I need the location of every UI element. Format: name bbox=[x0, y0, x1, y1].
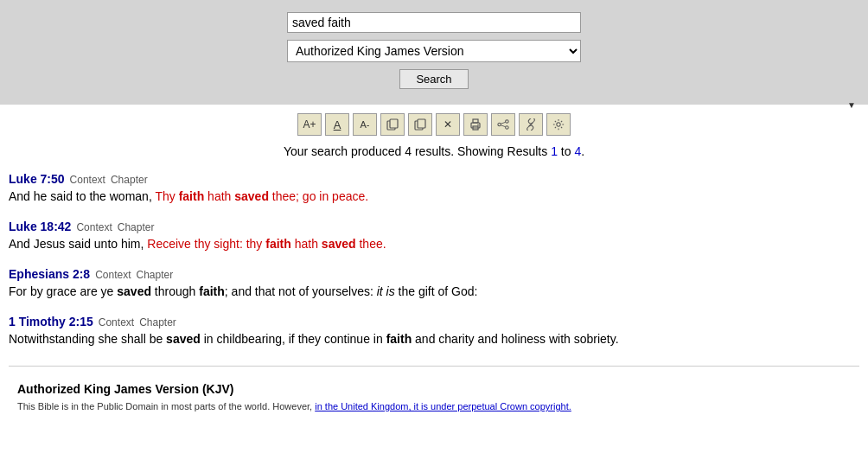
footer-text-before: This Bible is in the Public Domain in mo… bbox=[17, 401, 315, 411]
copy-icon bbox=[386, 118, 399, 131]
svg-line-11 bbox=[501, 122, 505, 124]
copy2-button[interactable] bbox=[408, 113, 432, 136]
print-icon bbox=[469, 118, 482, 131]
result-ref-line-2: Luke 18:42 Context Chapter bbox=[9, 220, 859, 233]
version-select[interactable]: Authorized King James VersionNew Interna… bbox=[287, 40, 581, 62]
bold-faith-2: faith bbox=[265, 237, 291, 251]
share-button[interactable] bbox=[491, 113, 515, 136]
copy2-icon bbox=[414, 118, 426, 131]
result-ref-1tim-2-15[interactable]: 1 Timothy 2:15 bbox=[9, 315, 93, 328]
chapter-link-3[interactable]: Chapter bbox=[137, 269, 174, 281]
dropdown-arrow-icon: ▼ bbox=[847, 100, 856, 110]
close-button[interactable]: ✕ bbox=[436, 113, 460, 136]
bold-saved-2: saved bbox=[322, 237, 356, 251]
copy-button[interactable] bbox=[380, 113, 405, 136]
chapter-link-2[interactable]: Chapter bbox=[118, 221, 155, 233]
context-link-4[interactable]: Context bbox=[99, 316, 134, 328]
bold-faith-3: faith bbox=[199, 284, 225, 298]
svg-rect-3 bbox=[418, 119, 425, 128]
result-entry-4: 1 Timothy 2:15 Context Chapter Notwithst… bbox=[9, 315, 859, 348]
bold-faith-4: faith bbox=[386, 332, 412, 346]
red-text-2: Receive thy sight: thy faith hath saved … bbox=[147, 237, 386, 251]
results-text-after: . bbox=[581, 144, 584, 158]
result-ref-eph-2-8[interactable]: Ephesians 2:8 bbox=[9, 267, 90, 281]
result-ref-line-1: Luke 7:50 Context Chapter bbox=[9, 172, 859, 186]
search-area: Authorized King James VersionNew Interna… bbox=[0, 0, 868, 105]
result-ref-line-3: Ephesians 2:8 Context Chapter bbox=[9, 267, 859, 281]
settings-icon bbox=[552, 118, 565, 131]
bold-saved-3: saved bbox=[117, 284, 151, 298]
result-ref-line-4: 1 Timothy 2:15 Context Chapter bbox=[9, 315, 859, 328]
print-button[interactable] bbox=[463, 113, 488, 136]
result-text-2: And Jesus said unto him, Receive thy sig… bbox=[9, 235, 859, 253]
result-entry-3: Ephesians 2:8 Context Chapter For by gra… bbox=[9, 267, 859, 301]
red-text-1: Thy faith hath saved thee; go in peace. bbox=[155, 189, 368, 203]
svg-rect-5 bbox=[473, 119, 478, 123]
results-range-start: 1 bbox=[551, 144, 558, 158]
context-link-3[interactable]: Context bbox=[95, 269, 131, 281]
search-button[interactable]: Search bbox=[399, 69, 468, 89]
search-input[interactable] bbox=[287, 12, 581, 33]
bold-saved-4: saved bbox=[166, 332, 201, 346]
footer: Authorized King James Version (KJV) This… bbox=[9, 375, 859, 425]
share-icon bbox=[497, 118, 509, 131]
svg-line-12 bbox=[501, 125, 505, 127]
svg-point-10 bbox=[506, 126, 509, 130]
results-info: Your search produced 4 results. Showing … bbox=[0, 144, 868, 158]
svg-point-9 bbox=[498, 123, 501, 126]
link-button[interactable] bbox=[519, 113, 543, 136]
chapter-link-1[interactable]: Chapter bbox=[111, 174, 148, 186]
link-icon bbox=[525, 118, 537, 131]
toolbar: A+ A A- ✕ bbox=[0, 105, 868, 144]
italic-it: it is bbox=[377, 284, 395, 298]
results-text-mid: to bbox=[558, 144, 574, 158]
footer-title: Authorized King James Version (KJV) bbox=[17, 382, 851, 396]
version-select-row: Authorized King James VersionNew Interna… bbox=[287, 40, 581, 62]
search-area-wrapper: Authorized King James VersionNew Interna… bbox=[0, 0, 868, 105]
footer-text: This Bible is in the Public Domain in mo… bbox=[17, 401, 851, 411]
result-text-1: And he said to the woman, Thy faith hath… bbox=[9, 188, 859, 206]
result-entry-2: Luke 18:42 Context Chapter And Jesus sai… bbox=[9, 220, 859, 253]
font-increase-button[interactable]: A+ bbox=[297, 113, 322, 136]
settings-button[interactable] bbox=[546, 113, 571, 136]
bold-faith-1: faith bbox=[179, 189, 205, 203]
svg-point-14 bbox=[557, 123, 560, 126]
results-text-before: Your search produced 4 results. Showing … bbox=[284, 144, 551, 158]
svg-point-7 bbox=[477, 124, 479, 126]
font-normal-button[interactable]: A bbox=[325, 113, 349, 136]
svg-rect-1 bbox=[390, 119, 398, 128]
result-text-3: For by grace are ye saved through faith;… bbox=[9, 283, 859, 301]
result-ref-luke-7-50[interactable]: Luke 7:50 bbox=[9, 172, 65, 186]
footer-divider bbox=[9, 366, 859, 367]
result-entry-1: Luke 7:50 Context Chapter And he said to… bbox=[9, 172, 859, 206]
result-text-4: Notwithstanding she shall be saved in ch… bbox=[9, 330, 859, 348]
chapter-link-4[interactable]: Chapter bbox=[139, 316, 176, 328]
bold-saved-1: saved bbox=[234, 189, 269, 203]
results-content: Luke 7:50 Context Chapter And he said to… bbox=[0, 172, 868, 425]
footer-copyright-link[interactable]: in the United Kingdom, it is under perpe… bbox=[315, 401, 571, 411]
context-link-1[interactable]: Context bbox=[70, 174, 105, 186]
result-ref-luke-18-42[interactable]: Luke 18:42 bbox=[9, 220, 71, 233]
context-link-2[interactable]: Context bbox=[76, 221, 112, 233]
font-decrease-button[interactable]: A- bbox=[353, 113, 377, 136]
svg-point-8 bbox=[506, 120, 509, 124]
